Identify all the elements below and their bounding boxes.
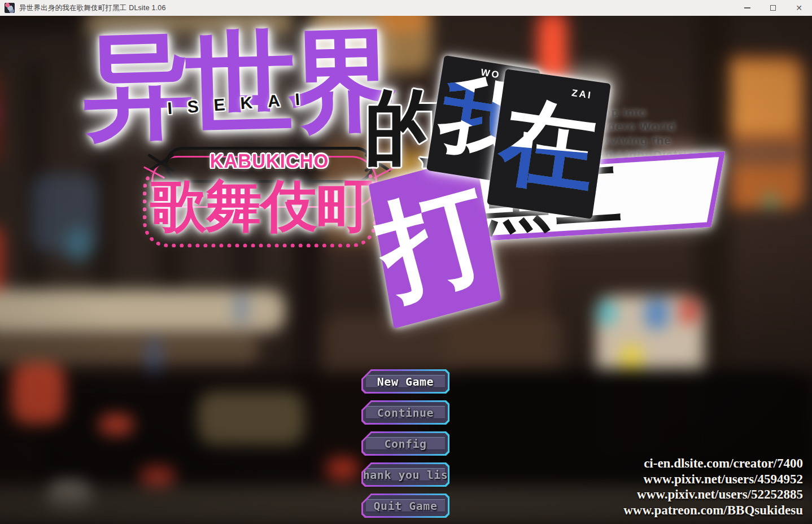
menu-button-label: Thank you list <box>356 468 455 482</box>
menu-button-label: Config <box>384 437 426 451</box>
menu-button-label: Quit Game <box>374 499 438 513</box>
menu-button-quit-game[interactable]: Quit Game <box>361 494 449 518</box>
menu-button-thank-you-list[interactable]: Thank you list <box>361 462 449 487</box>
window-controls: ✕ <box>734 0 812 16</box>
app-icon <box>5 3 15 13</box>
minimize-icon <box>744 7 750 8</box>
tagline-line: Surviving the <box>589 133 699 147</box>
main-menu: New Game Continue Config Thank you list … <box>361 369 449 524</box>
logo-badge-cn: 歌舞伎町 <box>148 172 374 239</box>
link-line-pixiv-2: www.pixiv.net/users/52252885 <box>623 487 803 503</box>
link-line-patreon: www.patreon.com/BBQsukidesu <box>623 503 803 518</box>
close-icon: ✕ <box>796 4 802 12</box>
menu-button-label: New Game <box>377 375 434 388</box>
menu-button-config[interactable]: Config <box>361 431 449 456</box>
menu-button-continue[interactable]: Continue <box>361 400 449 425</box>
titlebar: 异世界出身的我在歌舞伎町打黑工 DLsite 1.06 ✕ <box>0 0 812 16</box>
menu-button-label: Continue <box>377 406 434 420</box>
credit-links: ci-en.dlsite.com/creator/7400 www.pixiv.… <box>623 456 803 518</box>
logo-card-zai: ZAI 在 <box>487 69 611 219</box>
link-line-pixiv-1: www.pixiv.net/users/4594952 <box>623 471 803 487</box>
window-title: 异世界出身的我在歌舞伎町打黑工 DLsite 1.06 <box>19 3 166 13</box>
logo-badge-en: KABUKICHO <box>165 150 374 172</box>
minimize-button[interactable] <box>734 0 760 16</box>
da-char: 打 <box>368 176 501 308</box>
game-screen: 异世界 ISEKAI KABUKICHO 歌舞伎町 的 WO 我 ZAI 在 <box>0 16 812 524</box>
link-line-ci-en: ci-en.dlsite.com/creator/7400 <box>623 456 803 471</box>
game-window: 异世界出身的我在歌舞伎町打黑工 DLsite 1.06 ✕ <box>0 0 812 524</box>
maximize-icon <box>770 5 776 11</box>
close-button[interactable]: ✕ <box>786 0 812 16</box>
menu-button-new-game[interactable]: New Game <box>361 369 449 394</box>
maximize-button[interactable] <box>760 0 786 16</box>
